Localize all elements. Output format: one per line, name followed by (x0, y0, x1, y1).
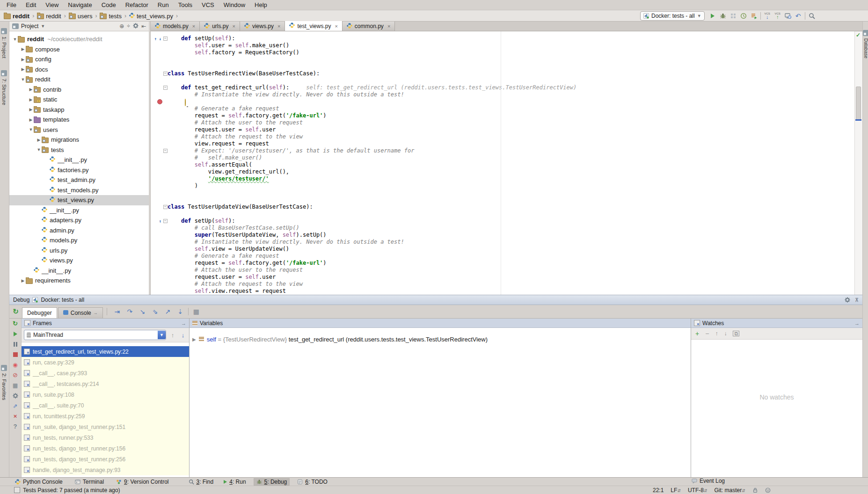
code-line[interactable]: super(TestUserUpdateView, self).setUp() (151, 232, 854, 239)
menu-item-tools[interactable]: Tools (174, 1, 197, 9)
breakpoint-icon[interactable] (157, 99, 162, 104)
frame-row[interactable]: __call__, case.py:393 (22, 368, 189, 378)
step-over-button[interactable]: ↷ (124, 308, 136, 315)
editor-gutter[interactable] (151, 239, 163, 246)
code-line[interactable]: self.view = UserUpdateView() (151, 246, 854, 253)
code-line[interactable]: # Attach the user to the request (151, 267, 854, 274)
menu-item-edit[interactable]: Edit (21, 1, 41, 9)
tree-item-admin.py[interactable]: admin.py (9, 225, 149, 236)
tab-urls-py[interactable]: urls.py× (200, 22, 240, 31)
close-tab-icon[interactable]: × (277, 23, 280, 29)
fold-marker[interactable]: − (163, 203, 168, 211)
tree-expand-icon[interactable]: ▼ (20, 77, 26, 82)
code-line[interactable]: # Attach the user to the request (151, 119, 854, 126)
fold-icon[interactable]: − (163, 149, 168, 153)
stripe-button-project[interactable]: 1: Project (1, 28, 7, 58)
editor-gutter[interactable] (151, 63, 163, 70)
toolwindow-button-python-console[interactable]: Python Console (12, 478, 66, 486)
tree-item-docs[interactable]: ▶docs (9, 65, 149, 75)
editor-scrollbar[interactable]: ✓ (854, 31, 862, 295)
thread-selector[interactable]: MainThread ▼ (24, 330, 166, 340)
fold-icon[interactable]: − (163, 36, 168, 41)
editor-gutter[interactable] (151, 253, 163, 260)
menu-item-navigate[interactable]: Navigate (63, 1, 96, 9)
toolwindow-button-todo[interactable]: 6: TODO (294, 478, 330, 486)
editor-gutter[interactable] (151, 281, 163, 288)
tree-item-taskapp[interactable]: ▶taskapp (9, 105, 149, 115)
code-line[interactable]: '/users/testuser/' (151, 175, 854, 182)
editor-gutter[interactable] (151, 260, 163, 267)
resume-button[interactable] (12, 330, 19, 337)
breadcrumb-item[interactable]: reddit (3, 13, 30, 20)
breadcrumb-item[interactable]: reddit (36, 13, 62, 20)
add-watch-icon[interactable]: + (695, 330, 699, 337)
editor-gutter[interactable] (151, 133, 163, 140)
scrollbar-thumb[interactable] (856, 87, 861, 120)
code-line[interactable]: − def test_get_redirect_url(self): self:… (151, 84, 854, 91)
code-line[interactable]: ↑↓− def setUp(self): (151, 35, 854, 42)
code-line[interactable] (151, 56, 854, 63)
tree-item-urls.py[interactable]: urls.py (9, 246, 149, 256)
code-line[interactable]: request.user = self.user (151, 274, 854, 281)
menu-item-view[interactable]: View (41, 1, 63, 9)
tree-expand-icon[interactable]: ▶ (20, 67, 26, 72)
tab-views-py[interactable]: views.py× (240, 22, 285, 31)
menu-item-vcs[interactable]: VCS (197, 1, 219, 9)
view-breakpoints-button[interactable]: ◉ (12, 361, 19, 368)
tree-item-__init__.py[interactable]: __init__.py (9, 155, 149, 165)
editor-gutter[interactable] (151, 77, 163, 84)
code-line[interactable]: − # Expect: '/users/testuser/', as that … (151, 147, 854, 154)
restore-layout-button[interactable]: ▦ (12, 382, 19, 389)
close-tab-icon[interactable]: × (387, 23, 390, 29)
lock-icon[interactable] (752, 487, 758, 493)
close-tab-icon[interactable]: × (232, 23, 235, 29)
profile-button[interactable] (738, 11, 749, 21)
code-line[interactable]: # self.make_user() (151, 154, 854, 161)
caret-stripe-mark[interactable] (855, 119, 861, 121)
frame-row[interactable]: __call__, testcases.py:214 (22, 378, 189, 389)
show-execution-point-button[interactable]: ⇥ (111, 308, 124, 315)
mute-breakpoints-button[interactable]: ⊘ (12, 371, 19, 378)
chevron-down-icon[interactable]: ▼ (41, 24, 45, 29)
tree-item-requirements[interactable]: ▶requirements (9, 276, 149, 286)
tab-test_views-py[interactable]: test_views.py× (285, 21, 342, 31)
frame-up-icon[interactable]: ↑ (169, 332, 176, 339)
stop-button[interactable] (12, 351, 19, 358)
hide-panel-icon[interactable]: ⊼ (855, 297, 859, 303)
tree-item-views.py[interactable]: views.py (9, 255, 149, 266)
overrides-icon[interactable]: ↑ (158, 219, 162, 224)
editor-gutter[interactable] (151, 232, 163, 239)
editor-gutter[interactable] (151, 56, 163, 63)
debug-tab-console[interactable]: Console→ (58, 307, 103, 318)
code-line[interactable] (151, 63, 854, 70)
fold-marker[interactable]: − (163, 84, 168, 91)
menu-item-window[interactable]: Window (219, 1, 250, 9)
close-tab-icon[interactable]: × (192, 23, 195, 29)
tree-expand-icon[interactable]: ▶ (28, 87, 34, 92)
toolwindow-button-run[interactable]: 4: Run (221, 478, 248, 486)
code-line[interactable] (151, 77, 854, 84)
frame-row[interactable]: test_get_redirect_url, test_views.py:22 (22, 346, 189, 357)
rerun-icon[interactable]: ↻ (9, 307, 22, 316)
fold-icon[interactable]: − (163, 219, 168, 223)
tree-item-static[interactable]: ▶static (9, 94, 149, 105)
settings-icon[interactable] (845, 297, 850, 303)
frame-row[interactable]: run_tests, django_test_runner.py:256 (22, 454, 189, 465)
tree-expand-icon[interactable]: ▼ (28, 127, 34, 132)
editor-gutter[interactable] (151, 168, 163, 175)
pin-icon[interactable]: → (181, 320, 186, 326)
breadcrumb-item[interactable]: test_views.py (128, 13, 174, 20)
local-history-button[interactable] (783, 11, 793, 21)
editor-gutter[interactable] (151, 203, 163, 211)
breadcrumb-item[interactable]: users (68, 13, 94, 20)
code-line[interactable]: view.request = request (151, 140, 854, 147)
toolwindow-button-find[interactable]: 3: Find (186, 478, 217, 486)
frame-row[interactable]: run_tests, django_test_runner.py:156 (22, 443, 189, 454)
menu-item-refactor[interactable]: Refactor (121, 1, 153, 9)
copy-icon[interactable]: ⧉ (733, 331, 739, 336)
pause-button[interactable] (12, 341, 19, 348)
code-line[interactable]: ↑− def setUp(self): (151, 218, 854, 225)
code-line[interactable]: self.factory = RequestFactory() (151, 49, 854, 56)
tree-item-compose[interactable]: ▶compose (9, 44, 149, 55)
fold-marker[interactable]: − (163, 147, 168, 154)
